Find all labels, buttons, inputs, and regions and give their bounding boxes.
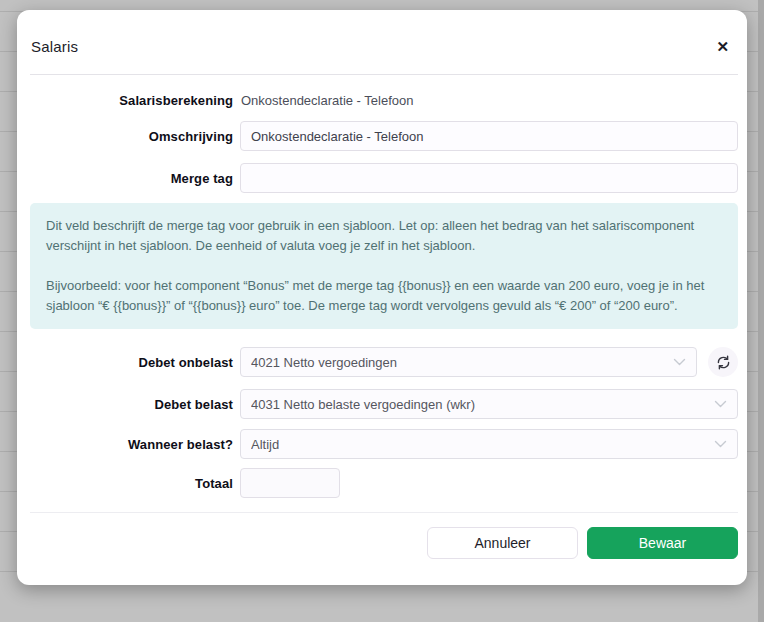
info-paragraph-2: Bijvoorbeeld: voor het component “Bonus”… (46, 276, 722, 316)
close-icon: ✕ (716, 38, 729, 55)
modal-header: Salaris ✕ (30, 10, 738, 75)
omschrijving-label: Omschrijving (30, 129, 233, 144)
wanneer-belast-select[interactable]: Altijd (240, 429, 738, 459)
debet-onbelast-label: Debet onbelast (30, 355, 233, 370)
refresh-icon (715, 354, 732, 371)
chevron-down-icon (714, 440, 727, 449)
modal-body: Salarisberekening Onkostendeclaratie - T… (17, 75, 747, 498)
chevron-down-icon (714, 400, 727, 409)
totaal-label: Totaal (30, 476, 233, 491)
row-salarisberekening: Salarisberekening Onkostendeclaratie - T… (30, 88, 738, 112)
debet-belast-select[interactable]: 4031 Netto belaste vergoedingen (wkr) (240, 389, 738, 419)
background-scrollbar (758, 0, 764, 622)
debet-onbelast-select[interactable]: 4021 Netto vergoedingen (240, 347, 697, 377)
refresh-accounts-button[interactable] (708, 347, 738, 377)
row-omschrijving: Omschrijving (30, 121, 738, 151)
debet-onbelast-value: 4021 Netto vergoedingen (251, 355, 665, 370)
merge-tag-input[interactable] (240, 163, 738, 193)
modal-title: Salaris (31, 38, 78, 55)
row-merge-tag: Merge tag (30, 163, 738, 193)
totaal-input[interactable] (240, 468, 340, 498)
wanneer-belast-value: Altijd (251, 437, 706, 452)
close-button[interactable]: ✕ (710, 35, 735, 58)
wanneer-belast-label: Wanneer belast? (30, 437, 233, 452)
save-button[interactable]: Bewaar (587, 527, 738, 559)
merge-tag-info-box: Dit veld beschrijft de merge tag voor ge… (30, 203, 738, 329)
row-debet-onbelast: Debet onbelast 4021 Netto vergoedingen (30, 347, 738, 377)
debet-belast-label: Debet belast (30, 397, 233, 412)
salarisberekening-label: Salarisberekening (30, 93, 233, 108)
info-paragraph-1: Dit veld beschrijft de merge tag voor ge… (46, 216, 722, 256)
row-totaal: Totaal (30, 468, 738, 498)
modal-footer: Annuleer Bewaar (30, 512, 738, 559)
row-debet-belast: Debet belast 4031 Netto belaste vergoedi… (30, 389, 738, 419)
debet-belast-value: 4031 Netto belaste vergoedingen (wkr) (251, 397, 706, 412)
row-wanneer-belast: Wanneer belast? Altijd (30, 429, 738, 459)
cancel-button[interactable]: Annuleer (427, 527, 578, 559)
merge-tag-label: Merge tag (30, 171, 233, 186)
omschrijving-input[interactable] (240, 121, 738, 151)
salaris-modal: Salaris ✕ Salarisberekening Onkostendecl… (17, 10, 747, 585)
chevron-down-icon (673, 358, 686, 367)
salarisberekening-value: Onkostendeclaratie - Telefoon (240, 93, 738, 108)
